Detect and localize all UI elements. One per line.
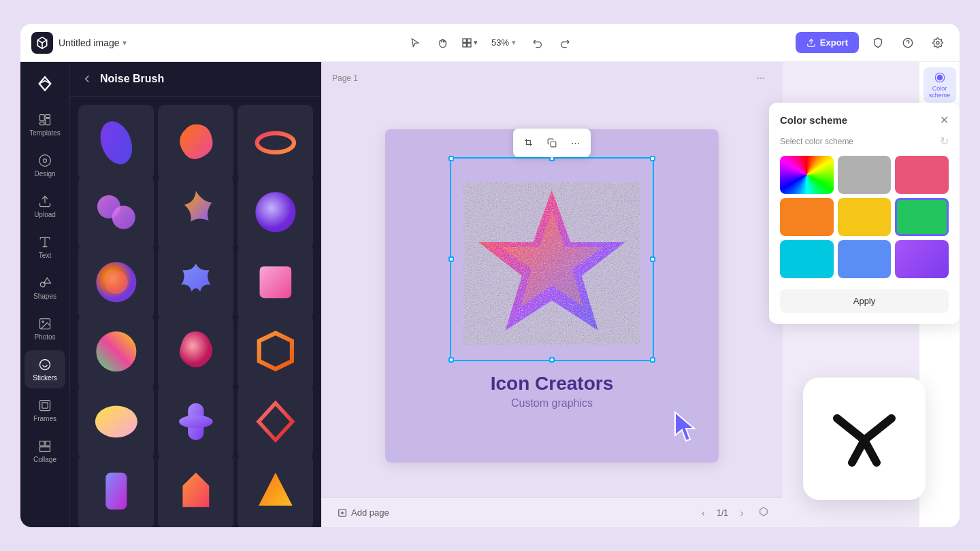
select-tool-btn[interactable] [404, 32, 426, 54]
svg-rect-10 [40, 122, 45, 124]
sidebar-label-upload: Upload [34, 211, 56, 218]
swatch-cyan[interactable] [780, 240, 834, 278]
sidebar-item-photos[interactable]: Photos [24, 310, 65, 348]
sidebar-item-templates[interactable]: Templates [24, 105, 65, 144]
cursor-icon [671, 410, 698, 442]
sidebar-item-upload[interactable]: Upload [24, 187, 65, 225]
swatch-orange[interactable] [780, 198, 834, 236]
swatch-pink[interactable] [895, 156, 949, 194]
page-label: Page 1 [332, 73, 358, 83]
handle-mr[interactable] [650, 256, 655, 262]
layout-tool-btn[interactable]: ▾ [459, 32, 480, 54]
sticker-item-15[interactable] [238, 384, 313, 459]
svg-point-7 [936, 41, 939, 44]
svg-rect-24 [46, 441, 50, 446]
sticker-grid [70, 97, 321, 527]
settings-btn[interactable] [927, 32, 949, 54]
zoom-dropdown-icon: ▾ [512, 38, 516, 47]
sticker-item-4[interactable] [78, 175, 154, 250]
sticker-item-16[interactable] [78, 454, 154, 528]
handle-ml[interactable] [448, 256, 454, 262]
layout-dropdown-icon: ▾ [474, 38, 478, 47]
doc-title[interactable]: Untitled image ▾ [59, 37, 127, 48]
apply-label: Apply [853, 296, 876, 306]
handle-tm[interactable] [549, 156, 555, 161]
svg-point-30 [255, 192, 295, 232]
sticker-item-14[interactable] [158, 384, 233, 459]
zoom-btn[interactable]: 53% ▾ [486, 35, 521, 50]
canvas-menu-btn[interactable]: ⋯ [750, 67, 772, 89]
sticker-item-10[interactable] [78, 314, 154, 390]
shield-btn[interactable] [867, 32, 889, 54]
refresh-icon[interactable]: ↻ [940, 135, 949, 148]
next-page-btn[interactable]: › [734, 505, 750, 521]
handle-tl[interactable] [448, 156, 454, 161]
svg-rect-40 [105, 473, 127, 510]
close-color-scheme-btn[interactable]: ✕ [940, 114, 949, 127]
logo [31, 32, 53, 54]
svg-point-47 [937, 75, 943, 80]
svg-rect-1 [468, 39, 471, 42]
sticker-item-12[interactable] [238, 314, 313, 390]
sticker-item-7[interactable] [78, 244, 154, 320]
handle-bl[interactable] [448, 357, 454, 363]
sidebar-item-shapes[interactable]: Shapes [24, 269, 65, 307]
canvas-area: Page 1 ⋯ [321, 62, 783, 527]
svg-point-32 [104, 270, 127, 293]
panel-title: Noise Brush [100, 73, 164, 85]
swatch-gray[interactable] [838, 156, 892, 194]
swatch-purple[interactable] [895, 240, 949, 278]
copy-btn[interactable] [542, 133, 562, 153]
sticker-item-8[interactable] [158, 244, 233, 320]
svg-point-19 [42, 320, 44, 322]
sticker-item-5[interactable] [158, 175, 233, 250]
star-shape [463, 182, 640, 359]
export-btn[interactable]: Export [796, 32, 859, 53]
swatch-rainbow[interactable] [780, 156, 834, 194]
sidebar-item-design[interactable]: Design [24, 146, 65, 184]
canvas-wrapper: ⋯ Icon Creators Custom graphics [321, 95, 783, 497]
help-btn[interactable] [897, 32, 919, 54]
sidebar-item-frames[interactable]: Frames [24, 391, 65, 429]
handle-tr[interactable] [650, 156, 655, 161]
mini-tool-color-scheme[interactable]: Colorscheme [924, 67, 956, 103]
hand-tool-btn[interactable] [431, 32, 453, 54]
sidebar-label-photos: Photos [34, 333, 55, 341]
sticker-item-1[interactable] [78, 105, 154, 180]
redo-btn[interactable] [554, 32, 576, 54]
prev-page-btn[interactable]: ‹ [695, 505, 711, 521]
sticker-item-17[interactable] [158, 454, 233, 528]
sticker-item-11[interactable] [158, 314, 233, 390]
zoom-value: 53% [491, 37, 509, 48]
sticker-item-18[interactable] [238, 454, 313, 528]
sidebar-item-stickers[interactable]: Stickers [24, 350, 65, 388]
add-page-btn[interactable]: Add page [332, 505, 395, 520]
undo-btn[interactable] [527, 32, 549, 54]
sticker-item-2[interactable] [158, 105, 233, 180]
dropdown-icon: ▾ [122, 38, 127, 48]
more-btn[interactable]: ⋯ [565, 133, 585, 153]
sticker-item-13[interactable] [78, 384, 154, 459]
panel-back-btn[interactable] [81, 73, 93, 85]
sidebar-label-templates: Templates [29, 129, 61, 137]
canva-logo-area [31, 70, 59, 97]
canvas-card: ⋯ Icon Creators Custom graphics [385, 129, 719, 463]
sidebar-label-collage: Collage [33, 456, 56, 463]
handle-br[interactable] [650, 357, 655, 363]
present-btn[interactable] [755, 505, 772, 521]
sidebar-item-text[interactable]: Text [24, 228, 65, 266]
svg-rect-42 [551, 141, 556, 147]
crop-btn[interactable] [519, 133, 539, 153]
sticker-item-6[interactable] [238, 175, 313, 250]
apply-color-scheme-btn[interactable]: Apply [780, 289, 949, 313]
swatch-green[interactable] [895, 198, 949, 236]
color-swatches [780, 156, 949, 278]
swatch-yellow[interactable] [838, 198, 892, 236]
sidebar-item-collage[interactable]: Collage [24, 432, 65, 470]
svg-rect-8 [40, 114, 45, 120]
svg-rect-21 [40, 400, 50, 410]
sticker-item-9[interactable] [238, 244, 313, 320]
swatch-blue[interactable] [838, 240, 892, 278]
sticker-item-3[interactable] [238, 105, 313, 180]
topbar-center: ▾ 53% ▾ [404, 32, 576, 54]
